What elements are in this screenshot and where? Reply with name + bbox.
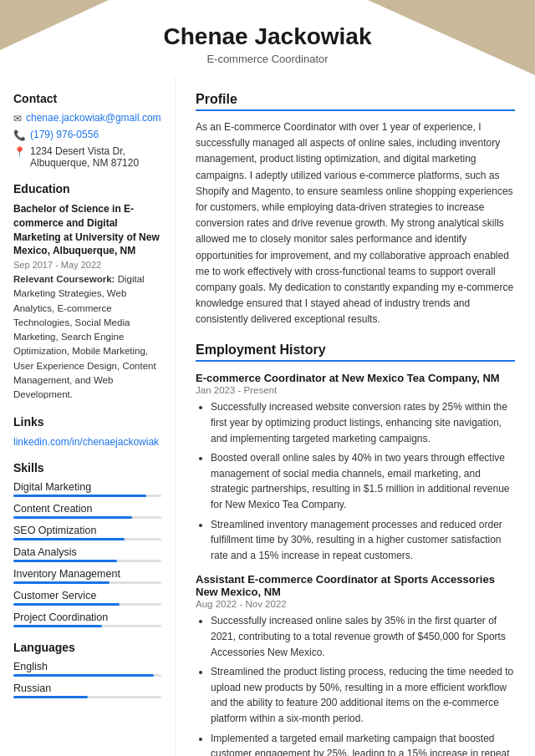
profile-section-title: Profile <box>196 92 515 111</box>
job-title: Assistant E-commerce Coordinator at Spor… <box>196 573 515 598</box>
skill-name: SEO Optimization <box>13 525 161 536</box>
skill-item: Inventory Management <box>13 568 161 584</box>
contact-email[interactable]: ✉ chenae.jackowiak@gmail.com <box>13 112 161 124</box>
language-bar-fill <box>13 696 88 698</box>
skill-bar-fill <box>13 581 110 584</box>
education-coursework: Relevant Coursework: Digital Marketing S… <box>13 272 161 402</box>
candidate-title: E-commerce Coordinator <box>17 53 518 65</box>
candidate-name: Chenae Jackowiak <box>17 23 518 50</box>
language-bar-fill <box>13 674 154 677</box>
languages-list: English Russian <box>13 661 161 698</box>
skill-bar-bg <box>13 581 161 584</box>
skill-bar-fill <box>13 516 132 519</box>
skill-bar-bg <box>13 538 161 540</box>
language-item: Russian <box>13 682 161 698</box>
skill-name: Digital Marketing <box>13 481 161 493</box>
language-item: English <box>13 661 161 677</box>
links-section-title: Links <box>13 415 161 429</box>
job-bullets: Successfully increased website conversio… <box>196 399 515 563</box>
skill-bar-bg <box>13 560 161 562</box>
skill-name: Content Creation <box>13 503 161 515</box>
job-title: E-commerce Coordinator at New Mexico Tea… <box>196 372 515 384</box>
skill-name: Inventory Management <box>13 568 161 580</box>
employment-list: E-commerce Coordinator at New Mexico Tea… <box>196 372 515 756</box>
skill-item: Customer Service <box>13 590 161 606</box>
contact-phone: 📞 (179) 976-0556 <box>13 129 161 141</box>
linkedin-link[interactable]: linkedin.com/in/chenaejackowiak <box>13 436 159 448</box>
education-degree: Bachelor of Science in E-commerce and Di… <box>13 202 161 258</box>
profile-text: As an E-commerce Coordinator with over 1… <box>196 119 515 327</box>
email-icon: ✉ <box>13 113 22 124</box>
sidebar: Contact ✉ chenae.jackowiak@gmail.com 📞 (… <box>0 77 176 756</box>
main-content: Profile As an E-commerce Coordinator wit… <box>176 77 535 756</box>
language-name: English <box>13 661 161 672</box>
skill-item: Content Creation <box>13 503 161 519</box>
location-icon: 📍 <box>13 146 26 158</box>
skills-list: Digital Marketing Content Creation SEO O… <box>13 481 161 627</box>
job-bullets: Successfully increased online sales by 3… <box>196 613 515 756</box>
skill-name: Data Analysis <box>13 546 161 558</box>
job-date: Aug 2022 - Nov 2022 <box>196 599 515 609</box>
skill-bar-bg <box>13 625 161 627</box>
phone-icon: 📞 <box>13 129 26 141</box>
skill-name: Project Coordination <box>13 611 161 623</box>
skill-bar-fill <box>13 538 125 540</box>
employment-section-title: Employment History <box>196 342 515 362</box>
skill-bar-bg <box>13 603 161 606</box>
resume-header: Chenae Jackowiak E-commerce Coordinator <box>0 0 535 77</box>
job-date: Jan 2023 - Present <box>196 385 515 395</box>
contact-address: 📍 1234 Desert Vista Dr, Albuquerque, NM … <box>13 145 161 169</box>
job-bullet: Streamlined inventory management process… <box>211 517 515 564</box>
education-section-title: Education <box>13 182 161 195</box>
skill-bar-bg <box>13 495 161 497</box>
skill-item: Digital Marketing <box>13 481 161 497</box>
job-bullet: Successfully increased online sales by 3… <box>211 613 515 660</box>
job-bullet: Boosted overall online sales by 40% in t… <box>211 450 515 512</box>
resume-body: Contact ✉ chenae.jackowiak@gmail.com 📞 (… <box>0 77 535 756</box>
skill-item: Data Analysis <box>13 546 161 562</box>
contact-section-title: Contact <box>13 92 161 105</box>
language-bar-bg <box>13 674 161 677</box>
skill-bar-bg <box>13 516 161 519</box>
skills-section-title: Skills <box>13 461 161 474</box>
education-date: Sep 2017 - May 2022 <box>13 260 161 270</box>
job-entry: Assistant E-commerce Coordinator at Spor… <box>196 573 515 756</box>
job-bullet: Successfully increased website conversio… <box>211 399 515 446</box>
job-bullet: Implemented a targeted email marketing c… <box>211 731 515 756</box>
skill-bar-fill <box>13 495 146 497</box>
skill-bar-fill <box>13 625 102 627</box>
links-section: linkedin.com/in/chenaejackowiak <box>13 435 161 448</box>
skill-name: Customer Service <box>13 590 161 601</box>
language-bar-bg <box>13 696 161 698</box>
language-name: Russian <box>13 682 161 694</box>
skill-item: Project Coordination <box>13 611 161 627</box>
languages-section-title: Languages <box>13 641 161 654</box>
skill-bar-fill <box>13 603 120 606</box>
skill-bar-fill <box>13 560 117 562</box>
skill-item: SEO Optimization <box>13 525 161 540</box>
job-entry: E-commerce Coordinator at New Mexico Tea… <box>196 372 515 563</box>
job-bullet: Streamlined the product listing process,… <box>211 664 515 726</box>
